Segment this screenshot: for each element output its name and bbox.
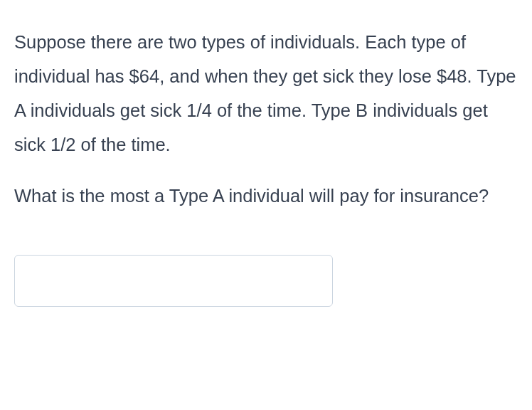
question-prompt: What is the most a Type A individual wil… bbox=[14, 179, 518, 214]
question-context: Suppose there are two types of individua… bbox=[14, 26, 518, 162]
answer-input[interactable] bbox=[14, 255, 333, 307]
